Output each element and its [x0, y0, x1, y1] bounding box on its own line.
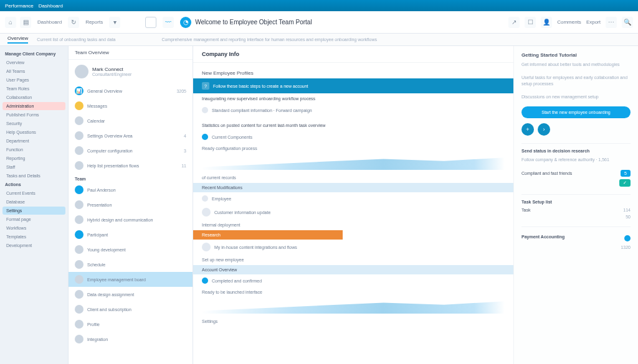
list-item[interactable]: Messages: [69, 98, 193, 113]
comments-label[interactable]: Comments: [557, 19, 581, 25]
list-item[interactable]: Profile: [69, 317, 193, 332]
item-i: Completed and confirmed: [193, 274, 513, 287]
list-item[interactable]: Data design assignment: [69, 287, 193, 302]
nav-item[interactable]: Help Questions: [2, 128, 65, 136]
nav-item[interactable]: Workflows: [2, 224, 65, 232]
general-overview-row[interactable]: 📊 General Overview 3205: [69, 83, 193, 98]
list-item[interactable]: Presentation: [69, 197, 193, 212]
user-name: Mark Connect: [92, 67, 131, 72]
nav-item[interactable]: Overview: [2, 58, 65, 67]
list-item-label: Settings Overview Area: [87, 134, 133, 138]
meta-4: 50: [626, 215, 631, 219]
list-item-label: Integration: [87, 337, 108, 342]
item-a-text: Current Components: [212, 135, 252, 139]
list-item[interactable]: Employee management board: [69, 272, 193, 287]
list-item[interactable]: Help list presentation flows11: [69, 158, 193, 173]
list-item-icon: [75, 116, 83, 125]
item-j: Ready to be launched interface: [193, 287, 513, 297]
nav-item[interactable]: Staff: [2, 163, 65, 171]
item-h: Set up new employee: [193, 254, 513, 265]
cta-button[interactable]: Start the new employee onboarding: [521, 106, 631, 118]
nav-item[interactable]: Department: [2, 137, 65, 145]
nav-item[interactable]: Administration: [2, 102, 65, 110]
item-j-text: Ready to be launched interface: [202, 290, 262, 294]
list-item[interactable]: Young development: [69, 242, 193, 257]
user-icon[interactable]: 👤: [541, 17, 552, 28]
item-f-text: Internal deployment: [202, 223, 240, 227]
aside-p1: Get informed about better tools and meth…: [521, 62, 631, 68]
sub-row: Standard compliant information · Forward…: [193, 104, 513, 116]
list-item-icon: [75, 101, 83, 110]
sub-text: Standard compliant information · Forward…: [212, 108, 312, 113]
action-add-icon[interactable]: +: [521, 123, 534, 136]
nav-item[interactable]: Security: [2, 119, 65, 128]
meta-5: 1320: [621, 245, 631, 250]
list-item-icon: [75, 200, 83, 209]
item-g: My in-house content integrations and flo…: [193, 240, 513, 254]
nav-item[interactable]: Collaboration: [2, 93, 65, 101]
file-icon[interactable]: ▤: [20, 17, 31, 28]
user-role: Consultant/Engineer: [92, 72, 131, 77]
item-h-text: Set up new employee: [202, 258, 244, 262]
list-item-icon: [75, 305, 83, 314]
list-item-label: Presentation: [87, 203, 112, 207]
account-label-text: Account Overview: [202, 268, 237, 272]
list-item[interactable]: Hybrid design and communication: [69, 212, 193, 227]
nav-section-title: Manage Client Company: [2, 50, 65, 58]
nav-item[interactable]: Development: [2, 241, 65, 250]
item-e: Customer information update: [193, 205, 513, 220]
refresh-icon[interactable]: ↻: [68, 17, 79, 28]
nav-item[interactable]: All Teams: [2, 67, 65, 75]
list-item[interactable]: Calendar: [69, 113, 193, 128]
avatar-icon: [202, 208, 211, 217]
list-item[interactable]: Client and subscription: [69, 302, 193, 317]
recent-mods-label: Recent Modifications: [193, 183, 513, 192]
nav-item[interactable]: User Pages: [2, 76, 65, 84]
list-item-meta: 11: [181, 164, 186, 168]
nav-item[interactable]: Current Events: [2, 189, 65, 197]
tab-dashboard[interactable]: Dashboard: [37, 19, 62, 25]
export-label[interactable]: Export: [586, 19, 601, 25]
tab-reports[interactable]: Reports: [85, 19, 103, 25]
list-item-label: Schedule: [87, 263, 105, 267]
share-icon[interactable]: ↗: [508, 17, 520, 28]
dropdown-icon[interactable]: ▾: [109, 17, 120, 28]
nav-item[interactable]: Settings: [2, 207, 65, 215]
tab-overview[interactable]: Overview: [7, 35, 28, 44]
search-icon[interactable]: 🔍: [622, 17, 633, 28]
list-item[interactable]: Settings Overview Area4: [69, 128, 193, 143]
nav-item[interactable]: Format page: [2, 215, 65, 223]
bookmark-icon[interactable]: ☐: [525, 17, 536, 28]
general-overview-label: General Overview: [87, 89, 122, 93]
nav-item[interactable]: Published Forms: [2, 111, 65, 119]
avatar-icon: [202, 243, 211, 251]
team-group-header: Team: [69, 173, 193, 182]
list-item-meta: 4: [184, 134, 186, 138]
nav-item[interactable]: Reporting: [2, 154, 65, 162]
list-item[interactable]: Paul Anderson: [69, 182, 193, 197]
list-item[interactable]: Integration: [69, 332, 193, 347]
list-item-icon: [75, 215, 83, 224]
nav-item[interactable]: Tasks and Details: [2, 172, 65, 180]
nav-item[interactable]: Templates: [2, 233, 65, 241]
item-e-text: Customer information update: [214, 210, 270, 215]
item-d: Employee: [193, 192, 513, 205]
list-item-label: Paul Anderson: [87, 188, 116, 192]
list-item[interactable]: Schedule: [69, 257, 193, 272]
list-item-icon: [75, 230, 83, 239]
list-item-icon: [75, 290, 83, 299]
more-icon[interactable]: ⋯: [606, 17, 617, 28]
window-title-2: Dashboard: [39, 3, 63, 9]
list-item[interactable]: Computer configuration3: [69, 143, 193, 158]
nav-item[interactable]: Team Roles: [2, 85, 65, 93]
signature-icon[interactable]: 〰: [163, 17, 174, 28]
checkbox-icon[interactable]: [145, 17, 156, 28]
list-item-icon: [75, 260, 83, 269]
list-item[interactable]: Participant: [69, 227, 193, 242]
action-next-icon[interactable]: ›: [538, 123, 550, 136]
chart-wave-1: [202, 156, 505, 170]
home-icon[interactable]: ⌂: [5, 17, 16, 28]
list-item-label: Client and subscription: [87, 307, 131, 312]
nav-item[interactable]: Function: [2, 146, 65, 154]
nav-item[interactable]: Database: [2, 198, 65, 206]
